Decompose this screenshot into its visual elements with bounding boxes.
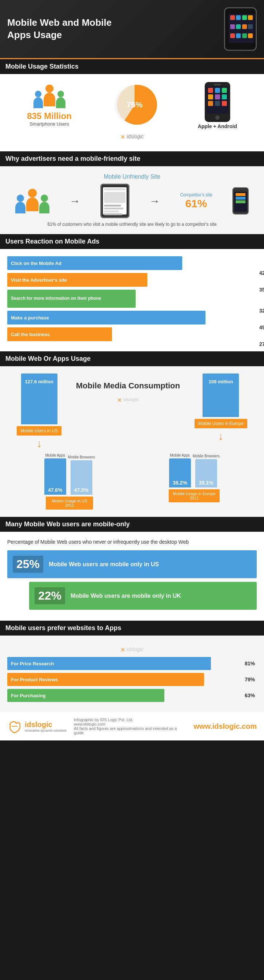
competitor-pct: 61% [180, 197, 212, 210]
pct-click-ad: 42% [259, 270, 264, 276]
platform-stat: Apple + Android [198, 82, 237, 129]
bar-make-purchase: Make a purchase [7, 311, 205, 325]
users-stat: 835 Million Smartphone Users [27, 84, 72, 127]
us-label: Mobile Users in US [17, 426, 61, 436]
websites-section-header: Mobile users prefer websites to Apps [0, 620, 264, 636]
svg-rect-9 [208, 94, 213, 99]
us-sub-section: Mobile Apps 47.6% Mobile Browsers 47.5% … [44, 453, 95, 510]
users-count: 835 Million [27, 111, 72, 121]
watermark-stats: ✕ idslogic [7, 134, 257, 140]
user-group-icon [15, 189, 50, 213]
arrow-icon-2: → [149, 195, 160, 207]
advertiser-note: 61% of customers who visit a mobile unfr… [7, 222, 257, 227]
brand-name: idslogic [25, 721, 67, 729]
us-bar: 127.6 million [21, 374, 58, 424]
infographic-by: Infographic by IDS Logic Pvt. Ltd. [74, 718, 186, 722]
europe-arrow: ↓ [218, 430, 224, 442]
tablet-illustration [100, 184, 130, 218]
europe-period-label: Mobile Usage in Europe 2011 [169, 489, 220, 502]
europe-bar: 108 million [203, 374, 239, 417]
users-label: Smartphone Users [27, 121, 72, 127]
unfriendly-label: Mobile Unfriendly Site [7, 173, 257, 180]
platform-label: Apple + Android [198, 123, 237, 129]
pref-bar-row-3: For Purchasing 63% [7, 689, 257, 702]
page-header: Mobile Web and Mobile Apps Usage [0, 0, 264, 59]
us-browser-bar: 47.5% [70, 460, 92, 495]
stats-section: 835 Million Smartphone Users 75% [0, 74, 264, 151]
pref-bar-reviews: For Product Reviews [7, 673, 204, 686]
us-arrow: ↓ [36, 438, 42, 450]
pref-pct-price: 81% [245, 660, 255, 667]
pref-bar-purchasing: For Purchasing [7, 689, 164, 702]
footer-logo: idslogic Innovative dynamic solutions [7, 719, 67, 733]
footer-main-url[interactable]: www.idslogic.com [194, 722, 257, 731]
europe-apps-bar: 38.2% [169, 458, 191, 487]
pie-chart: 75% [111, 81, 158, 130]
advertiser-section: Mobile Unfriendly Site → [0, 166, 264, 234]
europe-sub-section: Mobile Apps 38.2% Mobile Browsers 38.1% … [169, 453, 220, 510]
svg-rect-13 [215, 101, 220, 106]
pref-bar-row-2: For Product Reviews 79% [7, 673, 257, 686]
footer-info: Infographic by IDS Logic Pvt. Ltd. www.i… [74, 718, 186, 735]
bar-row-2: Visit the Advertiser's site 35% [7, 273, 257, 287]
us-period-label: Mobile Usage in US 2011 [46, 496, 93, 510]
pref-bar-price: For Price Research [7, 657, 211, 670]
bar-visit-advertiser: Visit the Advertiser's site [7, 273, 147, 287]
pct-make-purchase: 49% [259, 325, 264, 330]
svg-rect-11 [222, 94, 227, 99]
phone-illustration [224, 7, 257, 51]
header-title: Mobile Web and Mobile Apps Usage [7, 17, 116, 41]
pct-visit-advertiser: 35% [259, 287, 264, 293]
bar-row-4: Make a purchase 49% [7, 311, 257, 325]
brand: idslogic Innovative dynamic solutions [7, 719, 67, 733]
us-apps-label: Mobile Apps [45, 453, 65, 457]
uk-bar-wrapper: 22% Mobile Web users are mobile only in … [7, 582, 257, 610]
watermark-websites: ✕ idslogic [7, 646, 257, 653]
svg-text:75%: 75% [126, 100, 142, 109]
bar-search-info: Search for more information on their pho… [7, 290, 136, 308]
pct-search-info: 32% [259, 308, 264, 313]
svg-point-4 [215, 115, 220, 120]
stats-section-header: Mobile Usage Statistics [0, 59, 264, 74]
person-icon-3 [56, 91, 66, 108]
brand-tagline: Innovative dynamic solutions [25, 729, 67, 732]
bar-row-3: Search for more information on their pho… [7, 290, 257, 308]
competitor-stat: Competitor's site 61% [180, 192, 212, 210]
footer: idslogic Innovative dynamic solutions In… [0, 712, 264, 740]
svg-rect-10 [215, 94, 220, 99]
europe-column: 108 million Mobile Users in Europe ↓ [195, 374, 247, 442]
us-mobile-only-bar: 25% Mobile Web users are mobile only in … [7, 550, 257, 578]
bar-click-ad: Click on the Mobile Ad [7, 256, 182, 270]
bar-row-1: Click on the Mobile Ad 42% [7, 256, 257, 270]
uk-text: Mobile Web users are mobile only in UK [70, 593, 181, 599]
us-column: 127.6 million Mobile Users in US ↓ [17, 374, 61, 450]
advertiser-section-header: Why advertisers need a mobile-friendly s… [0, 151, 264, 166]
us-apps-bar: 47.6% [44, 458, 66, 495]
person-icon-2 [44, 84, 55, 107]
mobile-only-section: Percentage of Mobile Web users who never… [0, 532, 264, 620]
footer-website1: www.idslogic.com [74, 722, 186, 726]
svg-rect-7 [215, 88, 220, 93]
europe-browser-bar: 38.1% [195, 459, 217, 487]
bar-row-5: Call the business 27% [7, 328, 257, 341]
us-text: Mobile Web users are mobile only in US [49, 561, 159, 568]
pref-pct-purchasing: 63% [245, 692, 255, 698]
mobile-only-desc: Percentage of Mobile Web users who never… [7, 539, 257, 545]
us-pct: 25% [13, 556, 43, 573]
svg-rect-5 [214, 84, 221, 85]
svg-rect-6 [208, 88, 213, 93]
competitor-label: Competitor's site [180, 192, 212, 197]
brand-logo-icon [7, 719, 22, 733]
pct-call-business: 27% [259, 341, 264, 347]
us-browser-label: Mobile Browsers [68, 455, 95, 459]
apps-section-header: Mobile Web Or Apps Usage [0, 352, 264, 366]
reaction-section: Click on the Mobile Ad 42% Visit the Adv… [0, 249, 264, 352]
uk-pct: 22% [35, 587, 65, 605]
europe-apps-label: Mobile Apps [170, 453, 190, 457]
apps-section: 127.6 million Mobile Users in US ↓ Mobil… [0, 366, 264, 517]
europe-browser-label: Mobile Browsers [193, 454, 220, 458]
consumption-center: Mobile Media Consumption ✕ idslogic [72, 374, 184, 415]
websites-section: ✕ idslogic For Price Research 81% For Pr… [0, 636, 264, 712]
pref-bar-row-1: For Price Research 81% [7, 657, 257, 670]
mobile-only-section-header: Many Mobile Web users are mobile-only [0, 517, 264, 532]
